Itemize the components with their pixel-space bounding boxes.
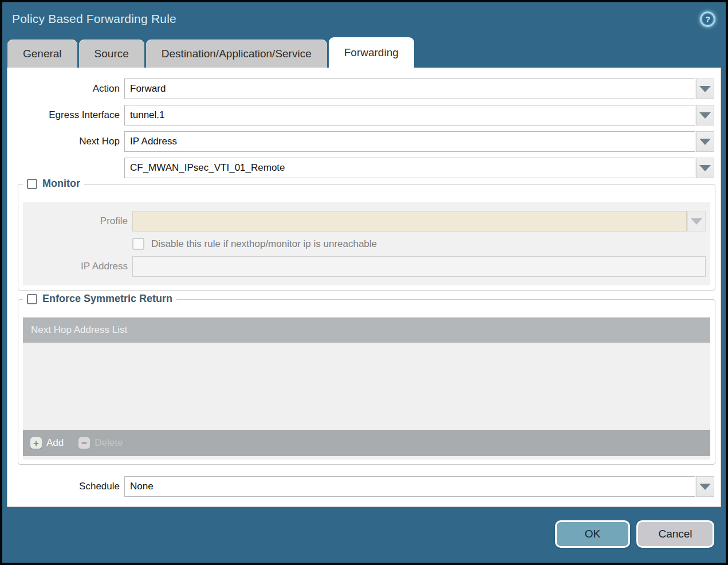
next-hop-address-row xyxy=(7,158,714,178)
next-hop-dropdown-button[interactable] xyxy=(696,131,714,152)
monitor-body: Profile Disable this rule if nexthop/mon… xyxy=(23,202,710,285)
next-hop-address-list-header: Next Hop Address List xyxy=(23,317,710,343)
profile-label: Profile xyxy=(27,215,128,227)
dialog-footer: OK Cancel xyxy=(2,507,726,560)
tab-destination-application-service[interactable]: Destination/Application/Service xyxy=(146,40,327,68)
next-hop-address-table-toolbar: + Add − Delete xyxy=(23,430,710,456)
schedule-dropdown-button[interactable] xyxy=(696,476,714,497)
monitor-ip-label: IP Address xyxy=(27,261,128,272)
tab-general-label: General xyxy=(23,48,62,60)
tab-forwarding-label: Forwarding xyxy=(344,46,399,59)
chevron-down-icon xyxy=(699,165,711,171)
egress-interface-input[interactable] xyxy=(124,105,695,125)
next-hop-label: Next Hop xyxy=(7,136,120,147)
next-hop-address-list-header-label: Next Hop Address List xyxy=(31,324,127,336)
chevron-down-icon xyxy=(699,86,711,92)
schedule-input[interactable] xyxy=(124,476,695,497)
next-hop-type-input[interactable] xyxy=(124,131,695,152)
add-button-label: Add xyxy=(46,437,64,449)
cancel-button[interactable]: Cancel xyxy=(636,520,714,548)
profile-input xyxy=(132,211,687,232)
action-dropdown-button[interactable] xyxy=(696,79,714,99)
tab-source-label: Source xyxy=(95,48,129,60)
add-button[interactable]: + Add xyxy=(30,437,64,449)
tab-general[interactable]: General xyxy=(7,40,77,68)
monitor-group: Monitor Profile Disable this rule if nex… xyxy=(18,184,715,291)
disable-rule-row: Disable this rule if nexthop/monitor ip … xyxy=(132,238,706,250)
next-hop-address-table: Next Hop Address List + Add − Delete xyxy=(23,317,710,460)
titlebar: Policy Based Forwarding Rule ? xyxy=(2,2,726,36)
monitor-ip-input xyxy=(132,256,706,277)
enforce-symmetric-return-group: Enforce Symmetric Return Next Hop Addres… xyxy=(18,299,715,465)
next-hop-address-dropdown-button[interactable] xyxy=(696,158,714,178)
enforce-symmetric-return-checkbox[interactable] xyxy=(27,294,37,304)
profile-row: Profile xyxy=(27,211,706,232)
action-row: Action xyxy=(7,79,714,99)
forwarding-tab-panel: Action Egress Interface Next Hop xyxy=(7,68,721,507)
chevron-down-icon xyxy=(699,112,711,119)
next-hop-address-table-body[interactable] xyxy=(23,343,710,430)
minus-icon: − xyxy=(78,437,90,449)
egress-interface-row: Egress Interface xyxy=(7,105,714,125)
tab-bar: General Source Destination/Application/S… xyxy=(2,36,726,68)
disable-rule-label: Disable this rule if nexthop/monitor ip … xyxy=(151,238,377,250)
delete-button: − Delete xyxy=(78,437,123,449)
help-icon[interactable]: ? xyxy=(700,11,715,27)
chevron-down-icon xyxy=(691,218,702,225)
tab-forwarding[interactable]: Forwarding xyxy=(329,37,414,68)
enforce-symmetric-return-legend: Enforce Symmetric Return xyxy=(23,293,176,305)
next-hop-address-input[interactable] xyxy=(124,158,695,178)
chevron-down-icon xyxy=(699,484,711,490)
delete-button-label: Delete xyxy=(95,437,123,449)
tab-source[interactable]: Source xyxy=(79,40,144,68)
monitor-checkbox[interactable] xyxy=(27,179,37,189)
schedule-label: Schedule xyxy=(7,481,120,492)
policy-forwarding-dialog: Policy Based Forwarding Rule ? General S… xyxy=(0,0,728,565)
tab-destination-label: Destination/Application/Service xyxy=(162,48,312,60)
help-icon-glyph: ? xyxy=(705,14,710,24)
monitor-legend: Monitor xyxy=(23,178,84,190)
ok-button[interactable]: OK xyxy=(555,520,630,548)
action-label: Action xyxy=(7,83,120,95)
egress-interface-label: Egress Interface xyxy=(7,109,120,121)
chevron-down-icon xyxy=(699,139,711,145)
action-input[interactable] xyxy=(124,79,695,99)
egress-interface-dropdown-button[interactable] xyxy=(696,105,714,125)
disable-rule-checkbox xyxy=(132,238,144,250)
monitor-ip-row: IP Address xyxy=(27,256,706,277)
plus-icon: + xyxy=(30,437,42,449)
schedule-row: Schedule xyxy=(7,476,714,497)
monitor-legend-label: Monitor xyxy=(42,178,80,190)
dialog-title: Policy Based Forwarding Rule xyxy=(12,12,176,26)
profile-dropdown-button xyxy=(687,211,706,232)
next-hop-row: Next Hop xyxy=(7,131,714,152)
enforce-symmetric-return-label: Enforce Symmetric Return xyxy=(42,293,172,305)
